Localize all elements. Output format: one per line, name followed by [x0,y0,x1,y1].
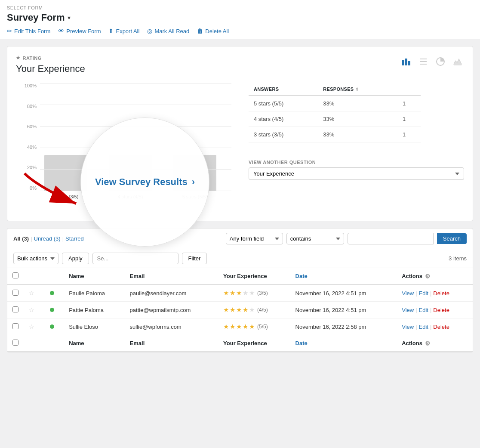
filter-button[interactable]: Filter [182,253,207,264]
row2-checkbox[interactable] [12,306,18,312]
answer-row: 3 stars (3/5) 33% 1 [249,127,421,142]
search-button[interactable]: Search [437,233,467,244]
row3-star-icon[interactable]: ☆ [29,323,34,330]
select-all-checkbox[interactable] [12,272,18,278]
row3-checkbox-cell [7,318,24,335]
footer-name: Name [64,335,124,352]
entries-section: All (3) | Unread (3) | Starred Any form … [7,228,473,352]
row3-delete-link[interactable]: Delete [433,324,449,330]
row1-status-cell [45,284,64,302]
row2-checkbox-cell [7,302,24,318]
row1-star-rating: ★ ★ ★ ★ ★ (3/5) [223,289,285,297]
area-chart-icon[interactable] [451,55,464,68]
table-row: ☆ Pattie Paloma pattie@wpmailsmtp.com ★ … [7,302,473,318]
row2-view-link[interactable]: View [402,307,414,313]
tab-unread[interactable]: Unread (3) [34,235,61,242]
row2-experience: ★ ★ ★ ★ ★ (4/5) [218,302,290,318]
search-entries-input[interactable] [92,253,178,264]
mark-all-read-link[interactable]: ◎Mark All Read [147,28,189,34]
percent-cell-1: 33% [318,96,397,111]
footer-settings-gear-icon[interactable]: ⚙ [425,340,431,347]
delete-all-link[interactable]: 🗑Delete All [197,28,229,34]
settings-gear-icon[interactable]: ⚙ [425,273,431,280]
experience-header: Your Experience [218,268,290,284]
row3-checkbox[interactable] [12,323,18,329]
row1-checkbox-cell [7,284,24,302]
row3-star-cell: ☆ [24,318,45,335]
chart-card: ★ RATING Your Experience 100% [7,46,473,221]
pie-chart-icon[interactable] [434,55,447,68]
view-survey-results-button[interactable]: View Survey Results › [95,176,195,188]
view-survey-circle: View Survey Results › [80,117,209,247]
content-area: ★ RATING Your Experience 100% [0,39,480,359]
bulk-bar: Bulk actions Apply Filter 3 items [7,249,473,268]
row3-status-dot [50,324,54,329]
footer-experience: Your Experience [218,335,290,352]
footer-email: Email [125,335,218,352]
apply-button[interactable]: Apply [62,253,89,264]
top-bar: SELECT FORM Survey Form ▾ ✏Edit This For… [0,0,480,39]
sort-icon[interactable]: ⇕ [355,87,359,92]
rating-label: ★ RATING [16,55,464,61]
y-label-100: 100% [16,83,37,88]
row1-date: November 16, 2022 4:51 pm [290,284,397,302]
answer-cell-2: 4 stars (4/5) [249,111,318,127]
field-select[interactable]: Any form field Name Email Your Experienc… [226,233,283,244]
x-label-3stars: 3 stars (3/5) [44,194,87,199]
entries-table: Name Email Your Experience Date Actions … [7,268,473,352]
form-title: Survey Form [7,12,65,23]
preview-form-link[interactable]: 👁Preview Form [58,28,101,34]
svg-rect-2 [408,61,410,65]
row3-status-cell [45,318,64,335]
row3-edit-link[interactable]: Edit [419,324,428,330]
items-count: 3 items [449,255,467,262]
export-icon: ⬆ [108,28,114,34]
eye-icon: 👁 [58,28,64,34]
y-axis: 100% 80% 60% 40% 20% 0% [16,83,37,191]
row1-star-cell: ☆ [24,284,45,302]
another-question: VIEW ANOTHER QUESTION Your Experience [249,160,464,180]
gridline-80 [40,105,231,105]
row2-status-cell [45,302,64,318]
gridline-100 [40,83,231,83]
form-dropdown-arrow[interactable]: ▾ [68,14,71,21]
another-question-label: VIEW ANOTHER QUESTION [249,160,464,165]
row3-actions: View | Edit | Delete [397,318,473,335]
question-select[interactable]: Your Experience [249,167,464,180]
actions-header: Actions ⚙ [397,268,473,284]
operator-select[interactable]: contains does not contain is is not [286,233,344,244]
row1-star-icon[interactable]: ☆ [29,290,34,297]
answers-table: ANSWERS RESPONSES ⇕ 5 stars (5/5) [249,83,421,142]
footer-date[interactable]: Date [290,335,397,352]
footer-checkbox-cell [7,335,24,352]
row1-delete-link[interactable]: Delete [433,290,449,297]
filter-right: Any form field Name Email Your Experienc… [226,233,467,244]
tab-all[interactable]: All (3) [13,235,29,242]
row2-star-icon[interactable]: ☆ [29,306,34,313]
row1-view-link[interactable]: View [402,290,414,297]
status-header [45,268,64,284]
svg-rect-1 [405,59,407,65]
tab-starred[interactable]: Starred [65,235,84,242]
row2-star-cell: ☆ [24,302,45,318]
edit-icon: ✏ [7,28,12,34]
row1-checkbox[interactable] [12,290,18,296]
search-input[interactable] [348,233,434,244]
export-all-link[interactable]: ⬆Export All [108,28,139,34]
count-cell-1: 1 [397,96,421,111]
star-header [24,268,45,284]
row2-delete-link[interactable]: Delete [433,307,449,313]
answer-cell-1: 5 stars (5/5) [249,96,318,111]
row2-edit-link[interactable]: Edit [419,307,428,313]
bulk-actions-select[interactable]: Bulk actions [13,253,58,264]
table-row: ☆ Paulie Paloma paulie@sendlayer.com ★ ★… [7,284,473,302]
footer-select-all-checkbox[interactable] [12,340,18,346]
date-header[interactable]: Date [290,268,397,284]
row1-edit-link[interactable]: Edit [419,290,428,297]
list-chart-icon[interactable] [417,55,430,68]
edit-this-form-link[interactable]: ✏Edit This Form [7,28,50,34]
email-header: Email [125,268,218,284]
bar-chart-icon[interactable] [400,55,412,68]
row3-view-link[interactable]: View [402,324,414,330]
row3-star-rating: ★ ★ ★ ★ ★ (5/5) [223,323,285,331]
